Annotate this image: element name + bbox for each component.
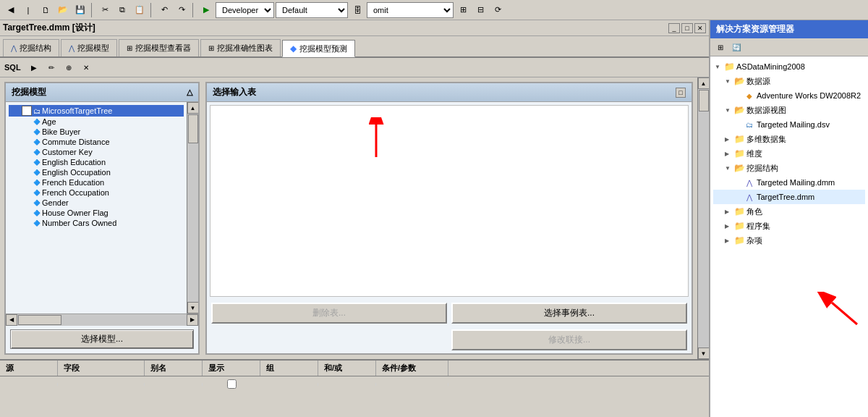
toolbar-undo[interactable]: ↶ bbox=[156, 2, 172, 18]
tree-area: □ 🗂 MicrosoftTargetTree 🔷 Age bbox=[6, 102, 198, 313]
tree-item-commute[interactable]: 🔷 Commute Distance bbox=[9, 137, 184, 147]
tree-item-root[interactable]: □ 🗂 MicrosoftTargetTree bbox=[9, 105, 184, 117]
sol-item-datasource[interactable]: ▼ 📂 数据源 bbox=[713, 74, 865, 88]
doc-maximize[interactable]: □ bbox=[681, 23, 693, 33]
sol-item-targeteddmm[interactable]: ⋀ Targeted Mailing.dmm bbox=[713, 175, 865, 190]
h-scroll-thumb[interactable] bbox=[18, 315, 61, 325]
tree-item-gender[interactable]: 🔷 Gender bbox=[9, 198, 184, 208]
developer-dropdown[interactable]: Developer bbox=[216, 2, 274, 18]
sep3 bbox=[192, 3, 195, 17]
input-table-buttons: 删除表... 选择事例表... bbox=[207, 300, 692, 327]
sol-item-targeteddsv[interactable]: 🗂 Targeted Mailing.dsv bbox=[713, 117, 865, 132]
toolbar-new[interactable]: 🗋 bbox=[38, 2, 54, 18]
scroll-thumb[interactable] bbox=[188, 114, 198, 143]
sql-clear-btn[interactable]: ✕ bbox=[79, 60, 93, 75]
scroll-down[interactable]: ▼ bbox=[187, 302, 199, 313]
mining-panel-title-text: 挖掘模型 bbox=[12, 86, 46, 98]
main-scroll-up[interactable]: ▲ bbox=[698, 77, 710, 89]
row1-display[interactable] bbox=[203, 379, 260, 389]
select-case-btn[interactable]: 选择事例表... bbox=[451, 303, 687, 324]
tab-accuracy[interactable]: ⊞ 挖掘准确性图表 bbox=[200, 39, 281, 56]
main-scroll-thumb[interactable] bbox=[699, 90, 709, 111]
sol-item-dimension[interactable]: ▶ 📁 维度 bbox=[713, 146, 865, 161]
select-model-btn[interactable]: 选择模型... bbox=[10, 329, 194, 349]
sql-copy-btn[interactable]: ⊕ bbox=[61, 60, 76, 75]
toolbar-save[interactable]: 💾 bbox=[72, 2, 88, 18]
doc-minimize[interactable]: _ bbox=[668, 23, 680, 33]
tree-item-frenchedu[interactable]: 🔷 French Education bbox=[9, 177, 184, 188]
tree-item-numcars[interactable]: 🔷 Number Cars Owned bbox=[9, 218, 184, 228]
doc-close[interactable]: ✕ bbox=[694, 23, 706, 33]
bottom-table-header: 源 字段 别名 显示 组 和/或 条件/参数 bbox=[0, 361, 709, 376]
toolbar-cut[interactable]: ✂ bbox=[97, 2, 113, 18]
input-panel-btn[interactable]: □ bbox=[676, 88, 686, 98]
toolbar-run[interactable]: ▶ bbox=[198, 2, 214, 18]
sol-item-dataview[interactable]: ▼ 📂 数据源视图 bbox=[713, 103, 865, 117]
sol-item-miningstructure[interactable]: ▼ 📂 挖掘结构 bbox=[713, 161, 865, 175]
tree-item-frenchocc[interactable]: 🔷 French Occupation bbox=[9, 188, 184, 198]
sol-expand-roles: ▶ bbox=[725, 208, 732, 215]
toolbar-open[interactable]: 📂 bbox=[55, 2, 71, 18]
input-table-panel: 选择输入表 □ 删除表... 选择事例表... 修改联接... bbox=[205, 82, 693, 355]
tree-item-houseowner[interactable]: 🔷 House Owner Flag bbox=[9, 208, 184, 218]
scroll-up[interactable]: ▲ bbox=[187, 102, 199, 114]
input-table-content bbox=[210, 105, 689, 297]
toolbar-back[interactable]: ◀ bbox=[3, 2, 19, 18]
toolbar-extra2[interactable]: ⊟ bbox=[472, 2, 488, 18]
doc-titlebar: TargetTree.dmm [设计] _ □ ✕ bbox=[0, 20, 709, 36]
sol-item-targettree[interactable]: ⋀ TargetTree.dmm bbox=[713, 190, 865, 204]
row1-andor bbox=[318, 383, 376, 386]
toolbar-extra1[interactable]: ⊞ bbox=[455, 2, 471, 18]
default-dropdown[interactable]: Default bbox=[276, 2, 348, 18]
sol-item-multidim[interactable]: ▶ 📁 多维数据集 bbox=[713, 132, 865, 146]
tree-item-frenchedu-label: French Education bbox=[42, 178, 104, 187]
sql-edit-btn[interactable]: ✏ bbox=[44, 60, 59, 75]
tree-item-englishedu[interactable]: 🔷 English Education bbox=[9, 157, 184, 167]
sol-expand-datasource: ▼ bbox=[725, 78, 732, 85]
main-scroll-down[interactable]: ▼ bbox=[698, 348, 710, 359]
toolbar-paste[interactable]: 📋 bbox=[132, 2, 148, 18]
sql-run-btn[interactable]: ▶ bbox=[27, 60, 41, 75]
solution-title: 解决方案资源管理器 bbox=[710, 20, 868, 38]
tab-structure[interactable]: ⋀ 挖掘结构 bbox=[3, 39, 59, 56]
toolbar-copy[interactable]: ⧉ bbox=[114, 2, 130, 18]
sol-folder-multidim: 📁 bbox=[733, 133, 745, 145]
sol-label-dataview: 数据源视图 bbox=[746, 105, 786, 116]
tree-item-customerkey[interactable]: 🔷 Customer Key bbox=[9, 147, 184, 157]
tab-model[interactable]: ⋀ 挖掘模型 bbox=[61, 39, 117, 56]
tree-item-bikebuyer[interactable]: 🔷 Bike Buyer bbox=[9, 127, 184, 137]
sol-btn1[interactable]: ⊞ bbox=[713, 40, 728, 54]
sol-item-root[interactable]: ▼ 📁 ASDataMining2008 bbox=[713, 59, 865, 74]
toolbar-extra3[interactable]: ⟳ bbox=[490, 2, 506, 18]
tree-scrollbar[interactable]: ▲ ▼ bbox=[187, 102, 198, 313]
tab-predict[interactable]: ◆ 挖掘模型预测 bbox=[282, 40, 355, 57]
h-scrollbar[interactable]: ◀ ▶ bbox=[6, 313, 198, 325]
panels-row-wrapper: 挖掘模型 △ □ 🗂 MicrosoftTargetTree bbox=[0, 77, 709, 359]
expand-root[interactable]: □ bbox=[22, 106, 32, 116]
predict-icon: ◆ bbox=[290, 43, 297, 54]
field-icon-commute: 🔷 bbox=[33, 139, 41, 146]
sol-item-roles[interactable]: ▶ 📁 角色 bbox=[713, 204, 865, 219]
sol-item-misc[interactable]: ▶ 📁 杂项 bbox=[713, 233, 865, 248]
tab-accuracy-label: 挖掘准确性图表 bbox=[217, 43, 273, 54]
field-icon-gender: 🔷 bbox=[33, 200, 41, 206]
scroll-right[interactable]: ▶ bbox=[187, 314, 198, 326]
tab-viewer[interactable]: ⊞ 挖掘模型查看器 bbox=[119, 39, 199, 56]
scroll-left[interactable]: ◀ bbox=[6, 314, 17, 326]
modify-join-btn[interactable]: 修改联接... bbox=[451, 329, 687, 350]
toolbar-redo[interactable]: ↷ bbox=[174, 2, 190, 18]
sol-folder-asm: 📁 bbox=[733, 220, 745, 232]
sol-item-adventureworks[interactable]: ◆ Adventure Works DW2008R2 bbox=[713, 88, 865, 103]
tree-item-englishocc[interactable]: 🔷 English Occupation bbox=[9, 167, 184, 177]
delete-table-btn[interactable]: 删除表... bbox=[211, 303, 447, 324]
display-checkbox[interactable] bbox=[227, 379, 237, 389]
main-vert-scrollbar[interactable]: ▲ ▼ bbox=[697, 77, 709, 359]
mining-model-panel: 挖掘模型 △ □ 🗂 MicrosoftTargetTree bbox=[4, 82, 200, 355]
sol-expand-asm: ▶ bbox=[725, 223, 732, 229]
sol-btn2[interactable]: 🔄 bbox=[729, 40, 744, 54]
sol-item-assemblies[interactable]: ▶ 📁 程序集 bbox=[713, 219, 865, 233]
mining-panel-collapse[interactable]: △ bbox=[187, 88, 192, 97]
tree-item-age[interactable]: 🔷 Age bbox=[9, 117, 184, 127]
omit-dropdown[interactable]: omit bbox=[367, 2, 454, 18]
sep2 bbox=[150, 3, 153, 17]
